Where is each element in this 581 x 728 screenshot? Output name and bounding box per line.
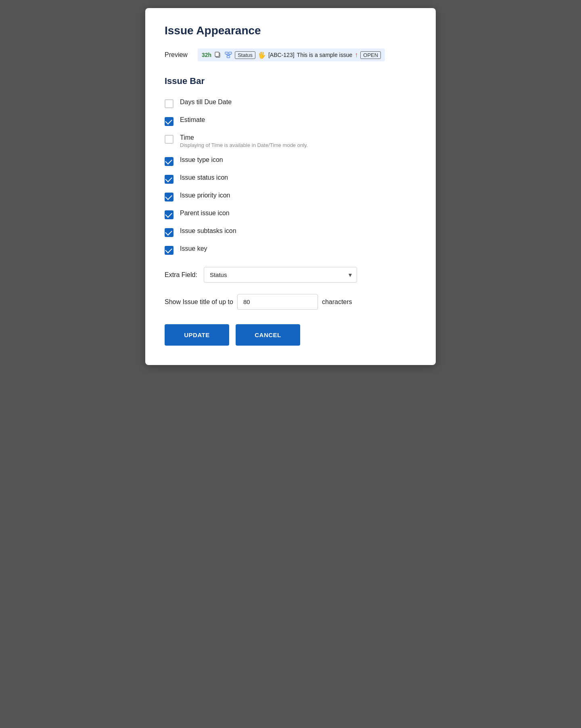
label-issue-subtasks-icon: Issue subtasks icon <box>180 227 236 235</box>
checkbox-row-issue-type-icon: Issue type icon <box>165 152 416 170</box>
preview-estimate: 32h <box>202 52 211 58</box>
title-length-prefix: Show Issue title of up to <box>165 298 233 306</box>
checkbox-row-days-due: Days till Due Date <box>165 94 416 112</box>
checkbox-row-issue-priority-icon: Issue priority icon <box>165 188 416 206</box>
checkbox-row-parent-issue-icon: Parent issue icon <box>165 206 416 223</box>
label-issue-status-icon: Issue status icon <box>180 174 228 181</box>
copy-icon <box>214 51 222 59</box>
title-length-input[interactable] <box>237 294 318 310</box>
preview-status-badge: Status <box>235 51 255 59</box>
checkbox-issue-priority-icon[interactable] <box>165 193 173 201</box>
buttons-row: UPDATE CANCEL <box>165 324 416 346</box>
label-issue-priority-icon: Issue priority icon <box>180 192 230 199</box>
preview-bar: 32h Status <box>198 48 385 61</box>
svg-rect-2 <box>225 52 228 54</box>
page-title: Issue Appearance <box>165 24 416 37</box>
label-issue-type-icon: Issue type icon <box>180 156 223 164</box>
preview-priority-icon: ↑ <box>355 51 358 59</box>
extra-field-label: Extra Field: <box>165 271 197 279</box>
label-issue-key: Issue key <box>180 245 207 252</box>
checkbox-issue-type-icon[interactable] <box>165 157 173 166</box>
hierarchy-icon <box>224 51 232 59</box>
label-time-sub: Displaying of Time is available in Date/… <box>180 142 308 148</box>
update-button[interactable]: UPDATE <box>165 324 229 346</box>
preview-issue-key: [ABC-123] <box>268 52 295 58</box>
checkbox-issue-subtasks-icon[interactable] <box>165 228 173 237</box>
extra-field-row: Extra Field: Status Assignee Priority Re… <box>165 259 416 287</box>
title-length-row: Show Issue title of up to characters <box>165 287 416 321</box>
checkbox-row-estimate: Estimate <box>165 112 416 130</box>
checkbox-row-time: Time Displaying of Time is available in … <box>165 130 416 152</box>
label-estimate: Estimate <box>180 116 205 124</box>
cancel-button[interactable]: CANCEL <box>236 324 300 346</box>
checkbox-parent-issue-icon[interactable] <box>165 210 173 219</box>
svg-rect-1 <box>215 52 219 57</box>
preview-issue-title: This is a sample issue <box>297 52 353 58</box>
checkbox-issue-status-icon[interactable] <box>165 175 173 184</box>
checkbox-row-issue-subtasks-icon: Issue subtasks icon <box>165 223 416 241</box>
checkbox-estimate[interactable] <box>165 117 173 126</box>
preview-row: Preview 32h <box>165 48 416 61</box>
svg-rect-4 <box>227 56 230 58</box>
checkboxes-container: Days till Due Date Estimate Time Display… <box>165 94 416 259</box>
checkbox-row-issue-key: Issue key <box>165 241 416 259</box>
extra-field-select-wrapper: Status Assignee Priority Reporter None ▼ <box>204 267 357 283</box>
checkbox-row-issue-status-icon: Issue status icon <box>165 170 416 188</box>
label-parent-issue-icon: Parent issue icon <box>180 210 230 217</box>
label-days-due: Days till Due Date <box>180 99 232 106</box>
title-length-suffix: characters <box>322 298 352 306</box>
checkbox-time[interactable] <box>165 135 173 144</box>
checkbox-issue-key[interactable] <box>165 246 173 255</box>
issue-bar-title: Issue Bar <box>165 76 416 86</box>
preview-open-badge: OPEN <box>360 51 381 59</box>
issue-appearance-dialog: Issue Appearance Preview 32h <box>145 8 436 365</box>
checkbox-days-due[interactable] <box>165 99 173 108</box>
svg-rect-3 <box>229 52 232 54</box>
preview-label: Preview <box>165 51 193 59</box>
extra-field-select[interactable]: Status Assignee Priority Reporter None <box>204 267 357 283</box>
person-icon: 🖐️ <box>258 51 266 59</box>
label-time: Time <box>180 134 308 141</box>
